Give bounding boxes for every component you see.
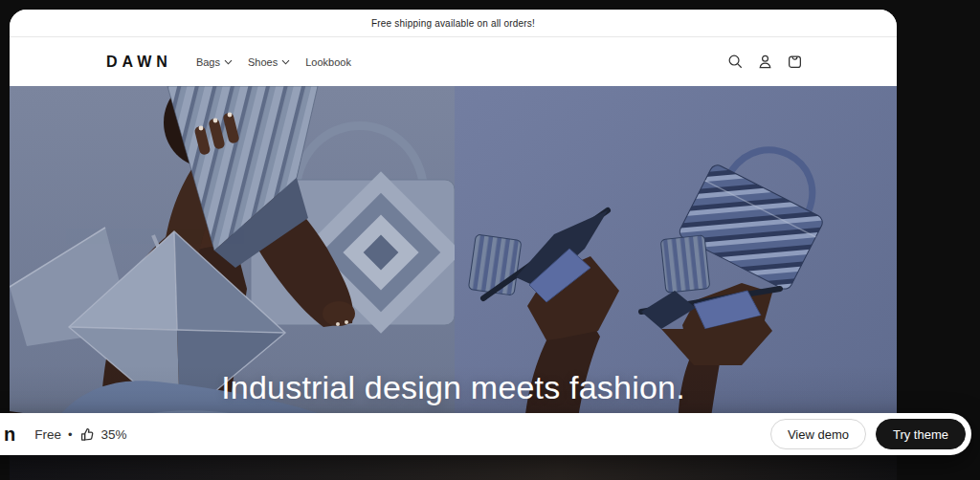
store-logo[interactable]: DAWN xyxy=(106,54,172,71)
theme-likes-percent: 35% xyxy=(101,427,127,442)
account-icon[interactable] xyxy=(756,54,773,71)
theme-name-partial: n xyxy=(4,424,15,446)
theme-bar-buttons: View demo Try theme xyxy=(770,419,966,449)
chevron-down-icon xyxy=(224,59,233,65)
theme-price: Free xyxy=(34,427,61,442)
view-demo-button[interactable]: View demo xyxy=(770,419,866,449)
theme-action-bar: n Free • 35% View demo Try theme xyxy=(0,413,971,455)
nav-item-bags[interactable]: Bags xyxy=(196,56,233,68)
separator-dot: • xyxy=(68,427,73,442)
theme-meta: Free • 35% xyxy=(34,426,126,442)
site-header: DAWN Bags Shoes Lookbook xyxy=(10,37,897,86)
try-theme-button[interactable]: Try theme xyxy=(876,419,966,449)
nav-item-label: Shoes xyxy=(248,56,278,68)
announcement-bar: Free shipping available on all orders! xyxy=(10,10,897,37)
thumbs-up-icon xyxy=(79,426,95,442)
nav-item-shoes[interactable]: Shoes xyxy=(248,56,290,68)
bottom-shadow-strip xyxy=(10,452,897,480)
hero-headline: Industrial design meets fashion. xyxy=(10,369,897,406)
nav-item-label: Lookbook xyxy=(305,56,351,68)
storefront-preview-card: Free shipping available on all orders! D… xyxy=(10,10,897,480)
header-icons xyxy=(726,54,803,71)
announcement-text: Free shipping available on all orders! xyxy=(371,18,535,29)
nav-item-label: Bags xyxy=(196,56,220,68)
search-icon[interactable] xyxy=(726,54,744,71)
main-nav: Bags Shoes Lookbook xyxy=(196,56,351,68)
chevron-down-icon xyxy=(281,59,290,65)
nav-item-lookbook[interactable]: Lookbook xyxy=(305,56,351,68)
cart-icon[interactable] xyxy=(786,54,803,71)
